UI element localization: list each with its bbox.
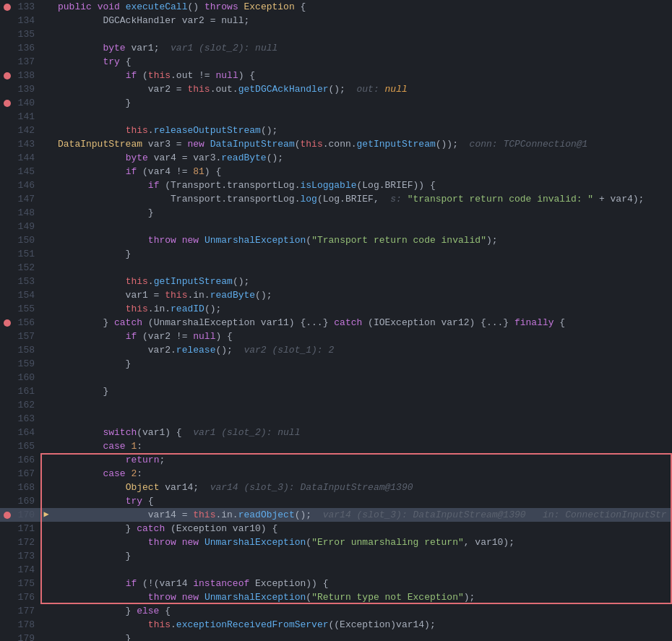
- breakpoint-gutter[interactable]: [0, 261, 14, 275]
- code-token: exceptionReceivedFromServer: [176, 619, 329, 630]
- breakpoint-gutter[interactable]: [0, 604, 14, 618]
- breakpoint-gutter[interactable]: [0, 618, 14, 632]
- code-token: (: [306, 235, 311, 246]
- breakpoint-gutter[interactable]: [0, 412, 14, 426]
- breakpoint-gutter[interactable]: [0, 275, 14, 288]
- breakpoint-gutter[interactable]: [0, 220, 14, 233]
- breakpoint-gutter[interactable]: [0, 151, 14, 165]
- code-token: [176, 235, 182, 246]
- code-line: 135: [0, 27, 672, 41]
- breakpoint-dot: [4, 512, 11, 519]
- breakpoint-gutter[interactable]: [0, 247, 14, 261]
- code-token: switch: [103, 427, 137, 438]
- breakpoint-gutter[interactable]: [0, 535, 14, 549]
- breakpoint-gutter[interactable]: [0, 0, 14, 14]
- code-line: 157 if (var2 != null) {: [0, 330, 672, 343]
- code-text: throw new UnmarshalException("Return typ…: [52, 590, 672, 604]
- breakpoint-gutter[interactable]: [0, 563, 14, 577]
- code-token: public: [58, 1, 92, 12]
- breakpoint-gutter[interactable]: [0, 110, 14, 124]
- breakpoint-gutter[interactable]: [0, 82, 14, 96]
- exec-indicator: [40, 316, 52, 330]
- code-token: [58, 276, 126, 287]
- line-number: 161: [14, 384, 40, 398]
- code-text: throw new UnmarshalException("Error unma…: [52, 535, 672, 549]
- breakpoint-gutter[interactable]: [0, 124, 14, 137]
- breakpoint-gutter[interactable]: [0, 549, 14, 563]
- code-token: }: [58, 606, 137, 616]
- breakpoint-gutter[interactable]: [0, 41, 14, 55]
- breakpoint-gutter[interactable]: [0, 398, 14, 412]
- exec-indicator: [40, 563, 52, 577]
- breakpoint-gutter[interactable]: [0, 481, 14, 494]
- breakpoint-gutter[interactable]: [0, 522, 14, 535]
- breakpoint-gutter[interactable]: [0, 206, 14, 220]
- breakpoint-gutter[interactable]: [0, 14, 14, 27]
- code-token: [58, 578, 126, 589]
- code-line: 147 Transport.transportLog.log(Log.BRIEF…: [0, 192, 672, 206]
- code-token: }: [58, 386, 108, 397]
- code-line: 149: [0, 220, 672, 233]
- code-token: [58, 441, 103, 452]
- code-text: [52, 371, 672, 384]
- breakpoint-gutter[interactable]: [0, 632, 14, 641]
- exec-indicator: [40, 549, 52, 563]
- code-line: 164 switch(var1) { var1 (slot_2): null: [0, 426, 672, 439]
- breakpoint-gutter[interactable]: [0, 453, 14, 467]
- line-number: 177: [14, 604, 40, 618]
- breakpoint-gutter[interactable]: [0, 55, 14, 69]
- code-token: conn: TCPConnection@1: [470, 139, 588, 150]
- breakpoint-gutter[interactable]: [0, 316, 14, 330]
- breakpoint-gutter[interactable]: [0, 233, 14, 247]
- line-number: 178: [14, 618, 40, 632]
- breakpoint-gutter[interactable]: [0, 426, 14, 439]
- breakpoint-gutter[interactable]: [0, 27, 14, 41]
- code-token: instanceof: [193, 578, 249, 589]
- breakpoint-gutter[interactable]: [0, 178, 14, 192]
- code-token: throw: [148, 592, 176, 603]
- code-token: this: [148, 70, 171, 81]
- code-token: new: [182, 537, 199, 548]
- code-token: .: [171, 619, 176, 630]
- breakpoint-gutter[interactable]: [0, 192, 14, 206]
- exec-indicator: [40, 206, 52, 220]
- breakpoint-gutter[interactable]: [0, 384, 14, 398]
- code-text: [52, 27, 672, 41]
- breakpoint-gutter[interactable]: [0, 330, 14, 343]
- breakpoint-gutter[interactable]: [0, 302, 14, 316]
- breakpoint-gutter[interactable]: [0, 288, 14, 302]
- breakpoint-gutter[interactable]: [0, 371, 14, 384]
- code-token: }: [58, 207, 154, 218]
- breakpoint-gutter[interactable]: [0, 96, 14, 110]
- breakpoint-gutter[interactable]: [0, 577, 14, 590]
- code-token: releaseOutputStream: [154, 125, 261, 136]
- code-token: }: [58, 317, 114, 328]
- code-token: [58, 43, 103, 53]
- code-token: (IOException var12) {...}: [362, 317, 514, 328]
- code-line: 137 try {: [0, 55, 672, 69]
- breakpoint-gutter[interactable]: [0, 439, 14, 453]
- exec-indicator: [40, 343, 52, 357]
- code-token: }: [58, 358, 131, 369]
- breakpoint-gutter[interactable]: [0, 137, 14, 151]
- breakpoint-gutter[interactable]: [0, 69, 14, 82]
- exec-indicator: [40, 494, 52, 508]
- breakpoint-gutter[interactable]: [0, 357, 14, 371]
- code-text: if (var4 != 81) {: [52, 165, 672, 178]
- exec-indicator: [40, 27, 52, 41]
- breakpoint-gutter[interactable]: [0, 494, 14, 508]
- breakpoint-gutter[interactable]: [0, 508, 14, 522]
- code-token: [58, 152, 126, 163]
- line-number: 175: [14, 577, 40, 590]
- breakpoint-gutter[interactable]: [0, 590, 14, 604]
- breakpoint-gutter[interactable]: [0, 343, 14, 357]
- code-token: }: [58, 551, 131, 562]
- code-token: [58, 304, 126, 314]
- code-line: 174: [0, 563, 672, 577]
- code-text: }: [52, 549, 672, 563]
- code-token: case: [103, 468, 125, 479]
- breakpoint-gutter[interactable]: [0, 165, 14, 178]
- breakpoint-gutter[interactable]: [0, 467, 14, 481]
- breakpoint-dot: [4, 100, 11, 107]
- line-number: 152: [14, 261, 40, 275]
